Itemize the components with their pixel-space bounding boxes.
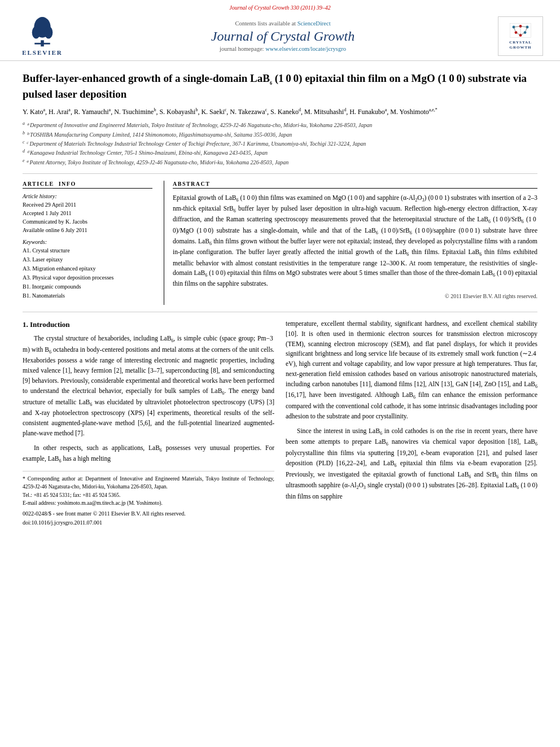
divider-2 — [23, 312, 537, 312]
keywords-label: Keywords: — [23, 239, 152, 245]
body-para-3: temperature, excellent thermal stability… — [286, 319, 537, 422]
article-history: Article history: Received 29 April 2011 … — [23, 193, 152, 234]
footnote-email: E-mail address: yoshimoto.m.aa@m.titech.… — [23, 499, 274, 507]
article-title: Buffer-layer-enhanced growth of a single… — [23, 71, 537, 101]
svg-line-16 — [516, 33, 520, 36]
svg-line-15 — [525, 27, 527, 33]
body-right-column: temperature, excellent thermal stability… — [286, 319, 537, 527]
contents-line: Contents lists available at ScienceDirec… — [68, 20, 498, 27]
keyword-2: A3. Laser epitaxy — [23, 255, 152, 264]
journal-link[interactable]: www.elsevier.com/locate/jcrysgro — [265, 46, 346, 52]
received-date: Received 29 April 2011 — [23, 200, 152, 209]
doi-text: doi:10.1016/j.jcrysgro.2011.07.001 — [23, 518, 274, 527]
svg-point-11 — [519, 34, 522, 37]
crystal-growth-text: CRYSTALGROWTH — [509, 40, 532, 50]
footnotes: * Corresponding author at: Department of… — [23, 471, 274, 507]
svg-rect-4 — [34, 42, 50, 44]
article-content: Buffer-layer-enhanced growth of a single… — [0, 61, 560, 538]
affiliations: a ᵃ Department of Innovative and Enginee… — [23, 120, 537, 167]
abstract-copyright: © 2011 Elsevier B.V. All rights reserved… — [173, 293, 537, 299]
abstract-header: ABSTRACT — [173, 181, 537, 189]
elsevier-logo: ELSEVIER — [17, 17, 68, 56]
authors: Y. Katoa, H. Araia, R. Yamauchia, N. Tsu… — [23, 107, 537, 117]
keyword-6: B1. Nanomaterials — [23, 291, 152, 300]
crystal-growth-logo: CRYSTALGROWTH — [498, 16, 543, 56]
svg-point-3 — [45, 26, 53, 38]
svg-line-17 — [520, 33, 525, 36]
body-columns: 1. Introduction The crystal structure of… — [23, 319, 537, 527]
keywords-list: A1. Crystal structure A3. Laser epitaxy … — [23, 246, 152, 300]
abstract-text: Epitaxial growth of LaB6 (1 0 0) thin fi… — [173, 193, 537, 289]
keyword-4: A3. Physical vapor deposition processes — [23, 273, 152, 282]
journal-title-center: Contents lists available at ScienceDirec… — [68, 20, 498, 52]
divider — [23, 173, 537, 174]
abstract-column: ABSTRACT Epitaxial growth of LaB6 (1 0 0… — [164, 181, 537, 305]
body-para-4: Since the interest in using LaB6 in cold… — [286, 426, 537, 502]
svg-line-14 — [514, 27, 516, 33]
article-page: Journal of Crystal Growth 330 (2011) 39–… — [0, 0, 560, 747]
body-para-1: The crystal structure of hexaborides, in… — [23, 334, 274, 439]
elsevier-label: ELSEVIER — [22, 49, 63, 56]
svg-point-2 — [32, 26, 41, 38]
footnote-corresponding: * Corresponding author at: Department of… — [23, 475, 274, 491]
sciencedirect-link[interactable]: ScienceDirect — [298, 20, 331, 27]
two-col-section: ARTICLE INFO Article history: Received 2… — [23, 181, 537, 305]
communicated-by: Communicated by K. Jacobs — [23, 217, 152, 226]
keyword-3: A3. Migration enhanced epitaxy — [23, 264, 152, 273]
article-info-header: ARTICLE INFO — [23, 181, 152, 189]
history-label: Article history: — [23, 193, 152, 199]
section1-title: 1. Introduction — [23, 319, 274, 330]
crystal-growth-icon — [509, 22, 532, 39]
available-online: Available online 6 July 2011 — [23, 226, 152, 234]
journal-main-title: Journal of Crystal Growth — [68, 29, 498, 44]
copyright-bottom-text: 0022-0248/$ - see front matter © 2011 El… — [23, 509, 274, 518]
body-para-2: In other respects, such as applications,… — [23, 443, 274, 465]
journal-homepage: journal homepage: www.elsevier.com/locat… — [68, 46, 498, 52]
header-inner: ELSEVIER Contents lists available at Sci… — [11, 14, 549, 58]
footnote-tel: Tel.: +81 45 924 5331; fax: +81 45 924 5… — [23, 491, 274, 499]
accepted-date: Accepted 1 July 2011 — [23, 209, 152, 217]
journal-header: Journal of Crystal Growth 330 (2011) 39–… — [0, 0, 560, 61]
keyword-1: A1. Crystal structure — [23, 246, 152, 255]
keywords-section: Keywords: A1. Crystal structure A3. Lase… — [23, 239, 152, 300]
elsevier-tree-icon — [25, 17, 59, 48]
copyright-doi: 0022-0248/$ - see front matter © 2011 El… — [23, 509, 274, 527]
article-info-column: ARTICLE INFO Article history: Received 2… — [23, 181, 152, 305]
journal-top-line: Journal of Crystal Growth 330 (2011) 39–… — [11, 5, 549, 11]
body-left-column: 1. Introduction The crystal structure of… — [23, 319, 274, 527]
keyword-5: B1. Inorganic compounds — [23, 282, 152, 291]
